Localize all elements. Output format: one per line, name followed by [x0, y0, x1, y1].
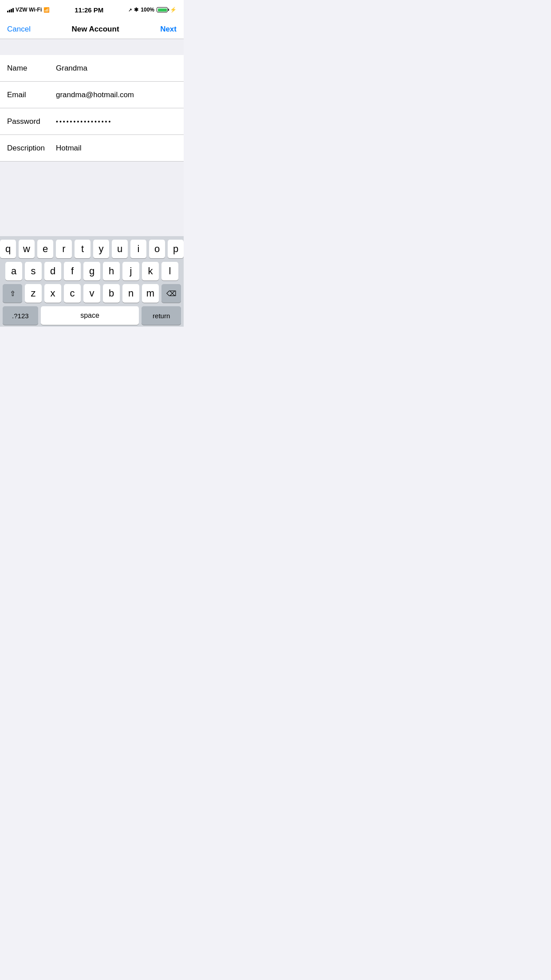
navigation-bar: Cancel New Account Next [0, 20, 184, 39]
keyboard: q w e r t y u i o p a s d f g h j k l ⇧ … [0, 236, 184, 327]
password-field[interactable]: •••••••••••••••• [56, 118, 177, 125]
name-row[interactable]: Name Grandma [0, 55, 184, 82]
section-gap [0, 39, 184, 55]
return-key[interactable]: return [142, 306, 181, 325]
key-a[interactable]: a [5, 262, 22, 281]
key-t[interactable]: t [75, 240, 91, 258]
keyboard-row-3: ⇧ z x c v b n m ⌫ [0, 284, 184, 303]
name-field[interactable]: Grandma [56, 64, 177, 73]
key-c[interactable]: c [64, 284, 81, 303]
key-g[interactable]: g [83, 262, 100, 281]
cancel-button[interactable]: Cancel [7, 25, 31, 34]
wifi-icon: 📶 [43, 7, 50, 13]
key-z[interactable]: z [25, 284, 42, 303]
shift-key[interactable]: ⇧ [3, 284, 22, 303]
key-k[interactable]: k [142, 262, 159, 281]
keyboard-row-1: q w e r t y u i o p [0, 240, 184, 258]
password-row[interactable]: Password •••••••••••••••• [0, 108, 184, 135]
status-right: ↗ ✱ 100% ⚡ [128, 7, 177, 13]
keyboard-bottom-row: .?123 space return [0, 306, 184, 325]
carrier-info: VZW Wi-Fi 📶 [7, 7, 50, 13]
space-key[interactable]: space [41, 306, 139, 325]
password-label: Password [7, 117, 56, 126]
status-bar: VZW Wi-Fi 📶 11:26 PM ↗ ✱ 100% ⚡ [0, 0, 184, 20]
key-u[interactable]: u [112, 240, 128, 258]
key-l[interactable]: l [161, 262, 178, 281]
key-d[interactable]: d [44, 262, 61, 281]
battery-icon [157, 7, 168, 12]
key-r[interactable]: r [56, 240, 72, 258]
carrier-text: VZW Wi-Fi [16, 7, 42, 13]
key-o[interactable]: o [149, 240, 165, 258]
key-v[interactable]: v [83, 284, 100, 303]
key-p[interactable]: p [168, 240, 184, 258]
key-h[interactable]: h [103, 262, 120, 281]
key-f[interactable]: f [64, 262, 81, 281]
key-m[interactable]: m [142, 284, 159, 303]
description-field[interactable]: Hotmail [56, 144, 177, 153]
status-time: 11:26 PM [75, 6, 103, 14]
email-row[interactable]: Email grandma@hotmail.com [0, 82, 184, 108]
key-s[interactable]: s [25, 262, 42, 281]
signal-icon [7, 7, 14, 12]
keyboard-row-2: a s d f g h j k l [0, 262, 184, 281]
bluetooth-icon: ✱ [134, 7, 138, 13]
key-b[interactable]: b [103, 284, 120, 303]
description-label: Description [7, 144, 56, 153]
key-i[interactable]: i [130, 240, 146, 258]
key-q[interactable]: q [0, 240, 16, 258]
name-label: Name [7, 64, 56, 73]
delete-key[interactable]: ⌫ [161, 284, 181, 303]
key-e[interactable]: e [37, 240, 53, 258]
charging-icon: ⚡ [170, 7, 177, 13]
location-icon: ↗ [128, 8, 132, 12]
description-row[interactable]: Description Hotmail [0, 135, 184, 162]
key-x[interactable]: x [44, 284, 61, 303]
next-button[interactable]: Next [160, 25, 177, 34]
key-n[interactable]: n [122, 284, 139, 303]
account-form: Name Grandma Email grandma@hotmail.com P… [0, 55, 184, 162]
key-y[interactable]: y [93, 240, 109, 258]
key-w[interactable]: w [19, 240, 35, 258]
numbers-key[interactable]: .?123 [3, 306, 38, 325]
key-j[interactable]: j [122, 262, 139, 281]
email-field[interactable]: grandma@hotmail.com [56, 91, 177, 99]
page-title: New Account [72, 25, 119, 34]
battery-percent: 100% [141, 7, 154, 13]
email-label: Email [7, 91, 56, 99]
